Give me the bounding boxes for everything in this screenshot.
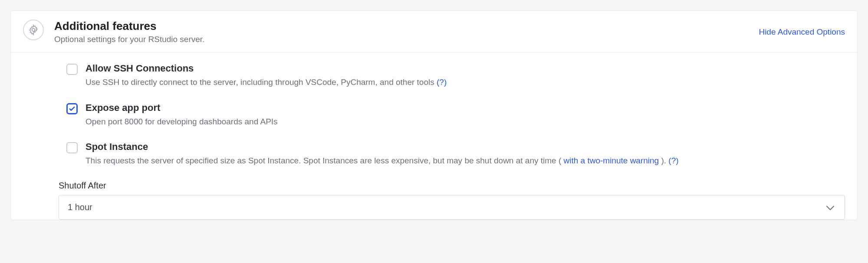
option-allow-ssh: Allow SSH Connections Use SSH to directl…: [66, 63, 845, 88]
shutoff-selected-value: 1 hour: [68, 202, 92, 212]
option-expose-app-port: Expose app port Open port 8000 for devel…: [66, 102, 845, 128]
option-description: Use SSH to directly connect to the serve…: [85, 77, 845, 88]
ssh-help-link[interactable]: (?): [437, 78, 447, 87]
option-spot-instance: Spot Instance This requests the server o…: [66, 141, 845, 167]
option-description: Open port 8000 for developing dashboards…: [85, 116, 845, 128]
option-text: Allow SSH Connections Use SSH to directl…: [85, 63, 845, 88]
shutoff-after-select[interactable]: 1 hour: [59, 195, 845, 220]
shutoff-select-wrap: 1 hour: [59, 195, 845, 220]
spot-help-link[interactable]: (?): [668, 156, 678, 165]
allow-ssh-checkbox[interactable]: [66, 64, 78, 75]
option-text: Spot Instance This requests the server o…: [85, 141, 845, 167]
expose-app-port-checkbox[interactable]: [66, 103, 78, 114]
option-desc-text: Use SSH to directly connect to the serve…: [85, 78, 437, 87]
spot-warning-link[interactable]: with a two-minute warning: [564, 156, 659, 165]
option-title: Spot Instance: [85, 141, 845, 153]
option-description: This requests the server of specified si…: [85, 155, 845, 167]
panel-title: Additional features: [54, 19, 759, 33]
option-desc-post: ).: [659, 156, 668, 165]
additional-features-panel: Additional features Optional settings fo…: [10, 10, 858, 220]
chevron-down-icon: [826, 202, 834, 212]
option-text: Expose app port Open port 8000 for devel…: [85, 102, 845, 128]
header-text-block: Additional features Optional settings fo…: [54, 19, 759, 44]
hide-advanced-options-link[interactable]: Hide Advanced Options: [759, 27, 845, 37]
svg-point-0: [32, 29, 35, 32]
panel-header: Additional features Optional settings fo…: [11, 11, 857, 52]
option-title: Expose app port: [85, 102, 845, 114]
panel-subtitle: Optional settings for your RStudio serve…: [54, 35, 759, 44]
option-desc-pre: This requests the server of specified si…: [85, 156, 564, 165]
panel-body: Allow SSH Connections Use SSH to directl…: [11, 52, 857, 220]
gear-icon: [23, 19, 44, 40]
option-title: Allow SSH Connections: [85, 63, 845, 74]
spot-instance-checkbox[interactable]: [66, 142, 78, 153]
shutoff-after-label: Shutoff After: [59, 181, 845, 191]
checkmark-icon: [69, 106, 75, 112]
